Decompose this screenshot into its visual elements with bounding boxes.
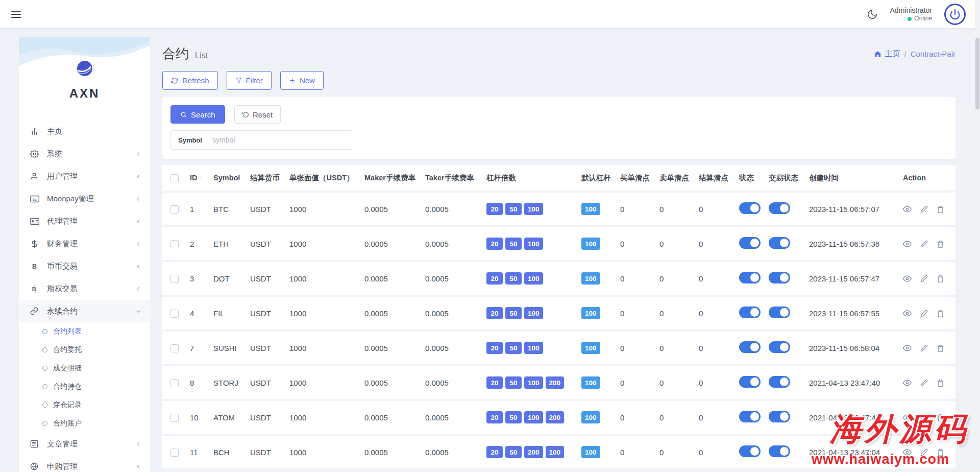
filter-button[interactable]: Filter: [227, 71, 272, 90]
view-icon[interactable]: [903, 448, 912, 457]
cell-maker-fee: 0.0005: [359, 331, 420, 365]
cell-sell-slippage: 0: [654, 400, 694, 435]
sidebar-item-articles[interactable]: 文章管理: [19, 433, 150, 455]
status-toggle[interactable]: [739, 341, 761, 353]
cell-buy-slippage: 0: [615, 400, 654, 435]
sidebar-item-subscription[interactable]: 申购管理: [19, 455, 150, 472]
lever-badge: 50: [505, 376, 522, 389]
trade-status-toggle[interactable]: [769, 411, 790, 422]
status-toggle[interactable]: [739, 237, 761, 249]
refresh-button-label: Refresh: [182, 76, 209, 85]
submenu-item-liquidation-records[interactable]: 穿仓记录: [19, 396, 150, 414]
menu-toggle-button[interactable]: [8, 5, 27, 23]
search-button[interactable]: Search: [170, 105, 225, 124]
lever-badge: 20: [486, 446, 503, 458]
submenu-item-label: 合约委托: [53, 345, 82, 355]
refresh-button[interactable]: Refresh: [162, 71, 218, 90]
circle-icon: [42, 421, 47, 426]
edit-icon[interactable]: [920, 414, 928, 421]
edit-icon[interactable]: [920, 344, 928, 352]
edit-icon[interactable]: [920, 310, 928, 317]
delete-icon[interactable]: [937, 205, 944, 214]
delete-icon[interactable]: [937, 414, 944, 422]
delete-icon[interactable]: [937, 344, 944, 352]
cell-face-value: 1000: [284, 435, 359, 469]
trade-status-toggle[interactable]: [769, 341, 790, 353]
edit-icon[interactable]: [920, 240, 928, 248]
view-icon[interactable]: [903, 205, 912, 214]
sidebar-item-agents[interactable]: 代理管理: [19, 210, 150, 232]
delete-icon[interactable]: [937, 275, 944, 283]
symbol-input[interactable]: [209, 131, 353, 149]
new-button[interactable]: New: [280, 71, 324, 90]
sidebar-item-finance[interactable]: 财务管理: [19, 232, 150, 255]
submenu-item-trade-details[interactable]: 成交明细: [19, 359, 150, 377]
scrollbar-thumb[interactable]: [975, 38, 979, 109]
row-checkbox[interactable]: [170, 240, 179, 248]
row-checkbox[interactable]: [170, 449, 179, 457]
header-maker-fee: Maker手续费率: [359, 165, 420, 192]
view-icon[interactable]: [903, 240, 912, 248]
breadcrumb-current[interactable]: Contract-Pair: [911, 50, 955, 58]
cell-face-value: 1000: [284, 400, 359, 435]
view-icon[interactable]: [903, 309, 912, 318]
sidebar-item-perpetual-contract[interactable]: 永续合约: [19, 300, 150, 322]
sidebar-item-home[interactable]: 主页: [19, 120, 150, 143]
trade-status-toggle[interactable]: [769, 272, 790, 284]
header-default-lever: 默认杠杆: [576, 165, 615, 192]
sidebar-item-options-trade[interactable]: B 期权交易: [19, 277, 150, 300]
page-subtitle: List: [195, 51, 208, 60]
select-all-checkbox[interactable]: [170, 174, 179, 182]
delete-icon[interactable]: [937, 240, 944, 248]
edit-icon[interactable]: [920, 379, 928, 387]
status-toggle[interactable]: [739, 411, 761, 422]
row-checkbox[interactable]: [170, 379, 179, 387]
row-checkbox[interactable]: [170, 414, 179, 422]
cell-default-lever: 100: [576, 365, 615, 400]
trade-status-toggle[interactable]: [769, 306, 790, 318]
row-checkbox[interactable]: [170, 205, 179, 214]
sidebar-item-system[interactable]: 系统: [19, 143, 150, 165]
row-checkbox[interactable]: [170, 275, 179, 283]
status-toggle[interactable]: [739, 445, 761, 457]
trade-status-toggle[interactable]: [769, 445, 790, 457]
submenu-item-contract-orders[interactable]: 合约委托: [19, 341, 150, 359]
trade-status-toggle[interactable]: [769, 202, 790, 214]
delete-icon[interactable]: [937, 379, 944, 387]
cell-buy-slippage: 0: [615, 331, 654, 365]
row-checkbox[interactable]: [170, 310, 179, 318]
delete-icon[interactable]: [937, 449, 944, 457]
cell-taker-fee: 0.0005: [420, 435, 481, 469]
sort-arrow-icon[interactable]: ↑: [200, 174, 203, 182]
scrollbar-track[interactable]: [975, 0, 980, 472]
trade-status-toggle[interactable]: [769, 376, 790, 388]
sidebar-item-moonpay[interactable]: cc Moonpay管理: [19, 187, 150, 210]
submenu-item-contract-accounts[interactable]: 合约账户: [19, 414, 150, 433]
submenu-item-contract-list[interactable]: 合约列表: [19, 322, 150, 341]
dark-mode-toggle[interactable]: [867, 9, 878, 20]
cell-symbol: DOT: [208, 261, 245, 296]
submenu-item-contract-positions[interactable]: 合约持仓: [19, 377, 150, 396]
view-icon[interactable]: [903, 274, 912, 283]
status-toggle[interactable]: [739, 272, 761, 284]
sidebar-item-spot-trade[interactable]: B 币币交易: [19, 255, 150, 277]
breadcrumb-home-link[interactable]: 主页: [874, 49, 900, 59]
user-avatar[interactable]: [944, 4, 966, 25]
trade-status-toggle[interactable]: [769, 237, 790, 249]
row-checkbox[interactable]: [170, 344, 179, 352]
edit-icon[interactable]: [920, 449, 928, 456]
status-toggle[interactable]: [739, 306, 761, 318]
view-icon[interactable]: [903, 413, 912, 422]
view-icon[interactable]: [903, 344, 912, 352]
view-icon[interactable]: [903, 379, 912, 387]
edit-icon[interactable]: [920, 205, 928, 213]
delete-icon[interactable]: [937, 310, 944, 318]
chevron-left-icon: [135, 263, 142, 270]
sidebar-item-users[interactable]: 用户管理: [19, 165, 150, 187]
brand-logo: AXN: [19, 37, 150, 101]
status-toggle[interactable]: [739, 202, 761, 214]
edit-icon[interactable]: [920, 275, 928, 282]
status-toggle[interactable]: [739, 376, 761, 388]
lever-badge: 100: [524, 376, 543, 389]
reset-button[interactable]: Reset: [234, 105, 281, 124]
